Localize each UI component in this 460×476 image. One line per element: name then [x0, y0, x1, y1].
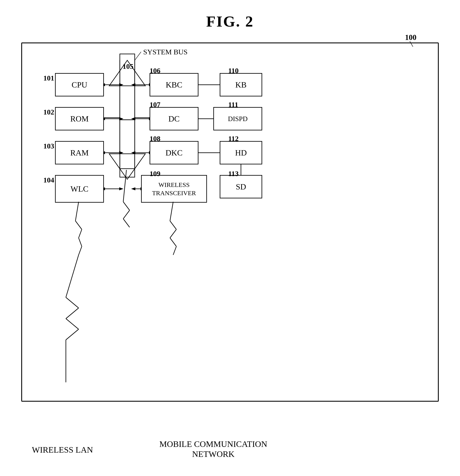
ref-hd: 112 [228, 135, 239, 143]
box-dispd: DISPD [213, 107, 262, 130]
page-title: FIG. 2 [0, 0, 460, 30]
box-wlc: WLC [55, 175, 104, 203]
ref-rom: 102 [43, 108, 54, 116]
box-kb: KB [220, 73, 262, 96]
box-dc: DC [150, 107, 198, 130]
svg-line-35 [135, 52, 141, 60]
ref-dispd: 111 [228, 101, 238, 109]
box-kbc: KBC [150, 73, 198, 96]
ref-wt: 109 [150, 170, 160, 178]
wireless-lan-label: WIRELESS LAN [32, 445, 93, 455]
diagram-container: CPU 101 ROM 102 RAM 103 WLC 104 SYSTEM B… [21, 42, 439, 402]
system-bus-label: SYSTEM BUS [143, 48, 187, 56]
box-sd: SD [220, 175, 262, 198]
svg-marker-3 [109, 154, 145, 179]
ref-wlc: 104 [43, 176, 54, 184]
ref-sd: 113 [228, 170, 239, 178]
svg-marker-16 [119, 187, 123, 190]
box-cpu: CPU [55, 73, 104, 96]
box-wireless-transceiver: WIRELESSTRANSCEIVER [141, 175, 207, 203]
mobile-network-label: MOBILE COMMUNICATIONNETWORK [159, 439, 267, 459]
box-hd: HD [220, 141, 262, 164]
ref-cpu: 101 [43, 74, 54, 82]
svg-marker-27 [131, 187, 135, 190]
ref-ram: 103 [43, 142, 54, 150]
ref-bus: 105 [123, 62, 133, 70]
diagram-svg [22, 43, 438, 401]
ref-kbc: 106 [150, 67, 160, 75]
svg-rect-2 [120, 86, 135, 120]
box-ram: RAM [55, 141, 104, 164]
ref-kb: 110 [228, 67, 239, 75]
ref-100-label: 100 [405, 33, 417, 42]
ref-dkc: 108 [150, 135, 160, 143]
box-rom: ROM [55, 107, 104, 130]
svg-rect-4 [120, 120, 135, 154]
ref-dc: 107 [150, 101, 160, 109]
box-dkc: DKC [150, 141, 198, 164]
